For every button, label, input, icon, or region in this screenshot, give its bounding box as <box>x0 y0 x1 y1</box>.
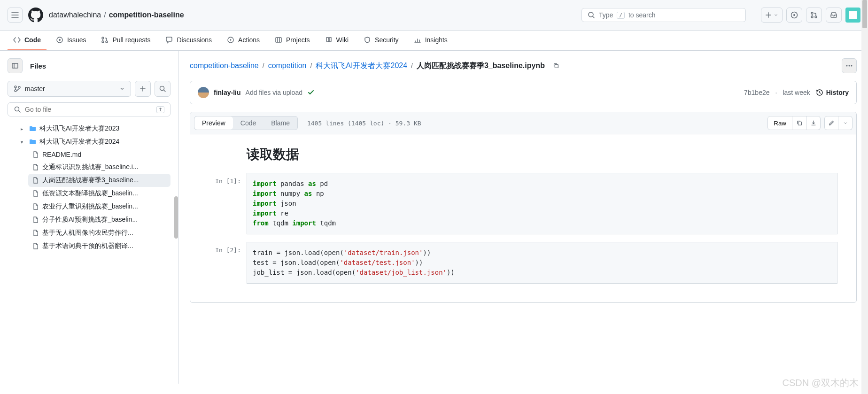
pr-icon <box>101 36 108 44</box>
svg-point-20 <box>846 65 848 67</box>
file-icon <box>32 190 39 197</box>
svg-point-18 <box>15 107 19 111</box>
download-button[interactable] <box>806 116 821 130</box>
path-crumb[interactable]: competition <box>268 62 307 70</box>
tree-file[interactable]: 基于无人机图像的农民劳作行... <box>28 226 170 239</box>
tree-item-label: 农业行人重识别挑战赛_baselin... <box>42 202 138 211</box>
notebook-cell: In [1]:import pandas as pd import numpy … <box>209 173 837 234</box>
file-meta: 1405 lines (1405 loc) · 59.3 KB <box>307 120 421 127</box>
download-icon <box>810 120 817 126</box>
chevron-down-icon: ▾ <box>21 139 26 145</box>
pr-icon <box>810 11 818 19</box>
commit-author-avatar[interactable] <box>198 87 209 98</box>
commit-message[interactable]: Add files via upload <box>246 89 302 96</box>
nav-tab-pull-requests[interactable]: Pull requests <box>95 31 156 50</box>
repo-breadcrumb: datawhalechina / competition-baseline <box>49 11 184 19</box>
repo-link[interactable]: competition-baseline <box>109 11 184 19</box>
edit-dropdown-button[interactable] <box>838 116 852 130</box>
tree-item-label: 低资源文本翻译挑战赛_baselin... <box>42 189 138 198</box>
insights-icon <box>414 36 421 44</box>
tree-item-label: README.md <box>42 151 81 158</box>
tree-item-label: 科大讯飞AI开发者大赛2024 <box>39 138 119 146</box>
file-toolbar: Preview Code Blame 1405 lines (1405 loc)… <box>190 112 856 134</box>
tree-file[interactable]: 分子性质AI预测挑战赛_baselin... <box>28 213 170 226</box>
nav-tab-insights[interactable]: Insights <box>408 31 453 50</box>
tree-file[interactable]: 低资源文本翻译挑战赛_baselin... <box>28 187 170 200</box>
svg-point-22 <box>851 65 852 67</box>
commit-author-link[interactable]: finlay-liu <box>214 89 241 96</box>
path-crumb[interactable]: competition-baseline <box>190 62 259 70</box>
notifications-button[interactable] <box>826 8 842 23</box>
nav-tab-issues[interactable]: Issues <box>50 31 92 50</box>
svg-rect-12 <box>276 38 281 42</box>
file-filter-input[interactable] <box>25 106 153 113</box>
tree-folder[interactable]: ▸科大讯飞AI开发者大赛2023 <box>17 122 170 135</box>
svg-rect-23 <box>798 122 801 125</box>
nav-tab-code[interactable]: Code <box>8 31 46 50</box>
blame-tab[interactable]: Blame <box>264 116 297 130</box>
tree-file[interactable]: 人岗匹配挑战赛赛季3_baseline... <box>28 174 170 187</box>
hamburger-button[interactable] <box>8 8 23 23</box>
add-file-button[interactable] <box>135 81 151 97</box>
github-logo[interactable] <box>28 8 43 23</box>
actions-icon <box>227 36 234 44</box>
tree-folder[interactable]: ▾科大讯飞AI开发者大赛2024 <box>17 135 170 148</box>
nav-tab-projects[interactable]: Projects <box>269 31 316 50</box>
search-icon <box>588 11 595 19</box>
path-crumb[interactable]: 科大讯飞AI开发者大赛2024 <box>316 61 407 71</box>
sidebar-icon <box>11 62 19 70</box>
svg-point-16 <box>18 86 20 88</box>
pull-requests-button[interactable] <box>806 8 822 23</box>
hamburger-icon <box>11 11 19 19</box>
svg-point-2 <box>793 14 795 16</box>
file-icon <box>32 216 39 224</box>
create-new-button[interactable] <box>761 8 783 23</box>
file-icon <box>32 242 39 250</box>
cell-code: train = json.load(open('dataset/train.js… <box>247 242 837 284</box>
file-filter[interactable]: t <box>8 102 170 116</box>
collapse-sidebar-button[interactable] <box>8 58 23 73</box>
nav-tab-actions[interactable]: Actions <box>221 31 265 50</box>
chevron-down-icon <box>119 86 125 92</box>
edit-button[interactable] <box>824 116 838 130</box>
tree-item-label: 科大讯飞AI开发者大赛2023 <box>39 124 119 133</box>
nav-tab-wiki[interactable]: Wiki <box>319 31 354 50</box>
file-viewer: Preview Code Blame 1405 lines (1405 loc)… <box>190 112 857 303</box>
branch-selector[interactable]: master <box>8 81 131 97</box>
svg-point-17 <box>160 86 164 91</box>
global-header: datawhalechina / competition-baseline Ty… <box>0 0 868 31</box>
code-tab[interactable]: Code <box>233 116 264 130</box>
preview-tab[interactable]: Preview <box>194 116 233 130</box>
copy-icon <box>553 62 559 69</box>
nav-tab-discussions[interactable]: Discussions <box>160 31 217 50</box>
file-tree-sidebar: Files master t ▸科大讯飞AI开发者大赛2023▾科大讯飞AI开发… <box>0 51 178 384</box>
search-icon <box>159 85 166 93</box>
projects-icon <box>275 36 282 44</box>
search-tree-button[interactable] <box>155 81 170 97</box>
user-avatar[interactable] <box>845 8 860 23</box>
tree-file[interactable]: 交通标识识别挑战赛_baseline.i... <box>28 161 170 174</box>
commit-sha[interactable]: 7b1be2e <box>744 89 770 96</box>
more-options-button[interactable] <box>842 58 857 73</box>
folder-icon <box>29 125 37 132</box>
tree-file[interactable]: 基于术语词典干预的机器翻译... <box>28 239 170 253</box>
tree-file[interactable]: 农业行人重识别挑战赛_baselin... <box>28 200 170 213</box>
search-input[interactable]: Type / to search <box>581 8 746 22</box>
owner-link[interactable]: datawhalechina <box>49 11 101 19</box>
tree-file[interactable]: README.md <box>28 148 170 161</box>
history-link[interactable]: History <box>816 89 849 96</box>
sidebar-scrollbar[interactable] <box>174 196 178 239</box>
copy-path-button[interactable] <box>549 58 564 73</box>
nav-tab-security[interactable]: Security <box>358 31 404 50</box>
search-icon <box>14 106 21 113</box>
issues-icon <box>56 36 63 44</box>
copy-button[interactable] <box>792 116 806 130</box>
svg-rect-19 <box>555 64 558 68</box>
latest-commit-bar: finlay-liu Add files via upload 7b1be2e … <box>190 81 857 104</box>
issues-button[interactable] <box>786 8 802 23</box>
svg-point-15 <box>15 90 16 92</box>
view-tabs: Preview Code Blame <box>194 116 298 130</box>
chevron-down-icon <box>843 121 848 125</box>
raw-button[interactable]: Raw <box>767 116 792 130</box>
copy-icon <box>796 120 803 126</box>
